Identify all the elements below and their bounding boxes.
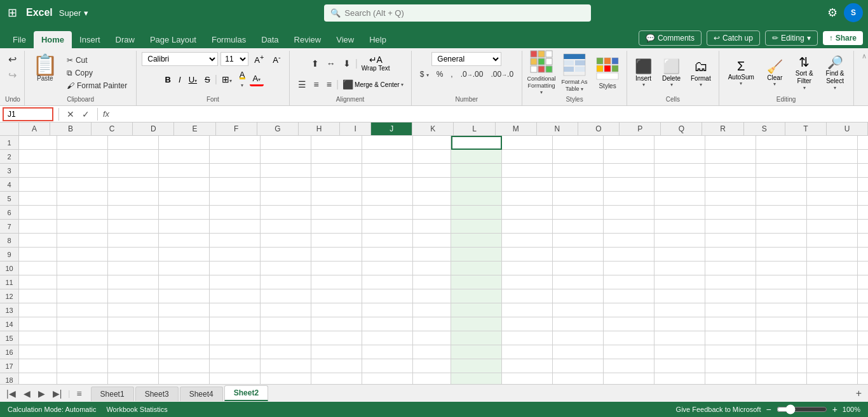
col-header-I[interactable]: I xyxy=(340,122,371,135)
tab-file[interactable]: File xyxy=(5,31,34,48)
cell-I15[interactable] xyxy=(413,331,451,345)
cell-K16[interactable] xyxy=(502,345,553,359)
cell-P10[interactable] xyxy=(756,261,807,275)
cell-F6[interactable] xyxy=(261,206,311,220)
cell-O13[interactable] xyxy=(705,303,756,317)
cell-N13[interactable] xyxy=(654,303,705,317)
cell-C5[interactable] xyxy=(108,192,159,206)
cell-G9[interactable] xyxy=(311,248,362,261)
cell-N4[interactable] xyxy=(654,178,705,192)
currency-button[interactable]: $ ▾ xyxy=(417,69,432,80)
cell-I12[interactable] xyxy=(413,289,451,303)
avatar[interactable]: S xyxy=(844,3,863,22)
cell-E5[interactable] xyxy=(210,192,261,206)
cell-I3[interactable] xyxy=(413,164,451,178)
cell-C15[interactable] xyxy=(108,331,159,345)
cell-J14[interactable] xyxy=(451,317,502,331)
cell-P3[interactable] xyxy=(756,164,807,178)
cell-E3[interactable] xyxy=(210,164,261,178)
cell-O5[interactable] xyxy=(705,192,756,206)
cell-Q5[interactable] xyxy=(807,192,858,206)
cell-L13[interactable] xyxy=(553,303,604,317)
cell-K14[interactable] xyxy=(502,317,553,331)
cell-H3[interactable] xyxy=(362,164,413,178)
cell-B11[interactable] xyxy=(57,275,108,289)
cell-M11[interactable] xyxy=(604,275,654,289)
cell-C14[interactable] xyxy=(108,317,159,331)
cut-button[interactable]: ✂ Cut xyxy=(63,55,131,66)
cell-A5[interactable] xyxy=(19,192,57,206)
cell-Q14[interactable] xyxy=(807,317,858,331)
find-select-button[interactable]: 🔎 Find &Select ▾ xyxy=(822,52,848,93)
cell-P6[interactable] xyxy=(756,206,807,220)
cell-R10[interactable] xyxy=(858,261,868,275)
cell-C13[interactable] xyxy=(108,303,159,317)
col-header-E[interactable]: E xyxy=(174,122,215,135)
cell-G5[interactable] xyxy=(311,192,362,206)
cell-L7[interactable] xyxy=(553,220,604,234)
align-top-button[interactable]: ⬆ xyxy=(308,57,322,70)
font-family-select[interactable]: Calibri xyxy=(142,52,218,66)
formula-input[interactable] xyxy=(112,110,868,119)
cell-F4[interactable] xyxy=(261,178,311,192)
cell-M7[interactable] xyxy=(604,220,654,234)
cell-M16[interactable] xyxy=(604,345,654,359)
font-grow-button[interactable]: A+ xyxy=(251,52,267,66)
cell-A17[interactable] xyxy=(19,359,57,373)
sheet-tab-sheet1[interactable]: Sheet1 xyxy=(91,387,134,401)
cell-I1[interactable] xyxy=(413,136,451,150)
name-box[interactable] xyxy=(3,107,53,121)
cell-H6[interactable] xyxy=(362,206,413,220)
sheet-tab-sheet2[interactable]: Sheet2 xyxy=(224,385,268,401)
workbook-stats-button[interactable]: Workbook Statistics xyxy=(106,406,167,413)
cell-O7[interactable] xyxy=(705,220,756,234)
cell-B18[interactable] xyxy=(57,373,108,384)
clear-button[interactable]: 🧹 Clear ▾ xyxy=(763,56,787,89)
fill-color-button[interactable]: A▾ xyxy=(236,69,248,90)
cell-Q4[interactable] xyxy=(807,178,858,192)
cell-D6[interactable] xyxy=(159,206,210,220)
cell-C16[interactable] xyxy=(108,345,159,359)
sheet-tab-sheet4[interactable]: Sheet4 xyxy=(180,387,223,401)
cell-B1[interactable] xyxy=(57,136,108,150)
italic-button[interactable]: I xyxy=(175,74,184,86)
cell-J8[interactable] xyxy=(451,234,502,248)
ribbon-expand-button[interactable]: ∧ xyxy=(860,52,868,60)
cell-R15[interactable] xyxy=(858,331,868,345)
cell-I14[interactable] xyxy=(413,317,451,331)
cell-I6[interactable] xyxy=(413,206,451,220)
cell-A2[interactable] xyxy=(19,150,57,164)
cell-F10[interactable] xyxy=(261,261,311,275)
cell-K8[interactable] xyxy=(502,234,553,248)
decimal-decrease-button[interactable]: .00→.0 xyxy=(487,69,517,80)
cell-J12[interactable] xyxy=(451,289,502,303)
cell-I11[interactable] xyxy=(413,275,451,289)
comma-button[interactable]: , xyxy=(447,69,456,80)
cell-K5[interactable] xyxy=(502,192,553,206)
cell-A18[interactable] xyxy=(19,373,57,384)
cell-R18[interactable] xyxy=(858,373,868,384)
cell-E18[interactable] xyxy=(210,373,261,384)
cell-E9[interactable] xyxy=(210,248,261,261)
cell-R4[interactable] xyxy=(858,178,868,192)
insert-button[interactable]: ⬛ Insert ▾ xyxy=(632,56,654,90)
tab-formulas[interactable]: Formulas xyxy=(204,31,254,48)
cell-M9[interactable] xyxy=(604,248,654,261)
font-size-select[interactable]: 11 xyxy=(220,52,248,66)
merge-center-button[interactable]: ⬛ Merge & Center ▾ xyxy=(340,77,406,92)
cell-N18[interactable] xyxy=(654,373,705,384)
tab-review[interactable]: Review xyxy=(287,31,329,48)
cell-L1[interactable] xyxy=(553,136,604,150)
cell-G10[interactable] xyxy=(311,261,362,275)
cell-M1[interactable] xyxy=(604,136,654,150)
cell-I8[interactable] xyxy=(413,234,451,248)
cell-O10[interactable] xyxy=(705,261,756,275)
cell-R13[interactable] xyxy=(858,303,868,317)
sheet-nav-prev[interactable]: ◀ xyxy=(20,387,34,400)
cell-Q11[interactable] xyxy=(807,275,858,289)
cell-N1[interactable] xyxy=(654,136,705,150)
border-button[interactable]: ⊞▾ xyxy=(219,73,235,86)
cell-K2[interactable] xyxy=(502,150,553,164)
cell-L14[interactable] xyxy=(553,317,604,331)
col-header-S[interactable]: S xyxy=(744,122,785,135)
